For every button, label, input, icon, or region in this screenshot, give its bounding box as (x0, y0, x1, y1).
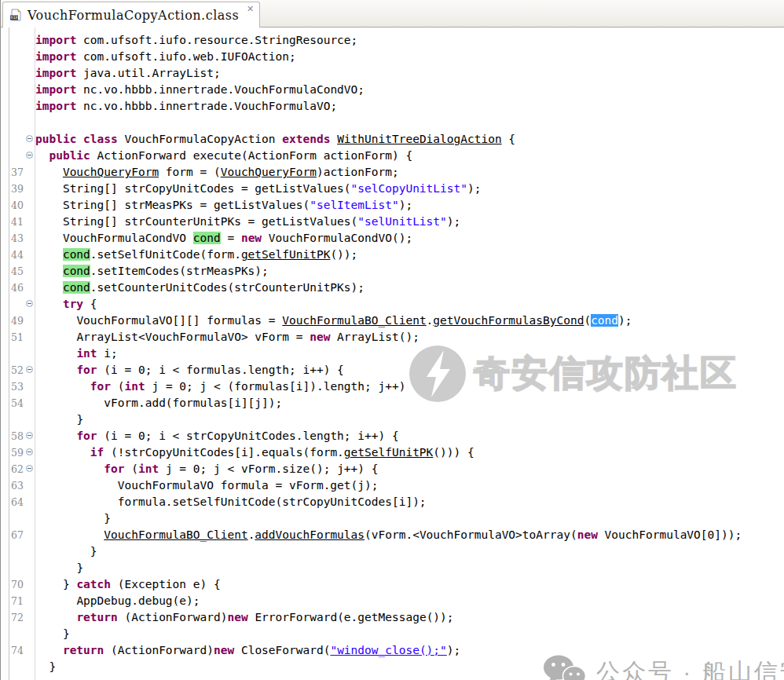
code-line[interactable]: try { (1, 296, 784, 313)
code-token: new (577, 528, 598, 541)
line-number: 71 (11, 595, 26, 607)
code-line[interactable]: 44cond.setSelfUnitCode(form.getSelfUnitP… (1, 247, 784, 263)
collapse-icon[interactable] (26, 135, 33, 142)
collapse-icon[interactable] (26, 300, 33, 307)
code-token: VouchFormulaCopyAction (118, 133, 283, 145)
fold-cell (26, 444, 35, 461)
line-number: 72 (11, 612, 26, 623)
code-token: public (49, 149, 90, 162)
code-line[interactable]: 58for (i = 0; i < strCopyUnitCodes.lengt… (1, 428, 784, 444)
fold-cell (26, 477, 35, 494)
code-line[interactable]: } (1, 510, 784, 527)
code-token: cond (63, 281, 90, 294)
code-line[interactable]: } (1, 659, 784, 675)
code-token: String[] strCounterUnitPKs = getListValu… (63, 215, 357, 228)
code-token: int (76, 347, 97, 360)
code-token: } (49, 660, 56, 673)
code-line[interactable]: 74return (ActionForward)new CloseForward… (1, 642, 784, 659)
code-line[interactable]: public class VouchFormulaCopyAction exte… (1, 131, 784, 148)
code-line[interactable]: 67VouchFormulaBO_Client.addVouchFormulas… (1, 527, 784, 543)
code-token: (ActionForward) (118, 611, 228, 623)
code-text: public class VouchFormulaCopyAction exte… (35, 131, 515, 148)
code-pane: import com.ufsoft.iufo.resource.StringRe… (1, 32, 784, 675)
line-number: 62 (11, 463, 26, 475)
code-token: ( (111, 380, 124, 393)
code-token: if (90, 446, 104, 459)
code-token: } (63, 578, 76, 590)
code-line[interactable]: 41String[] strCounterUnitPKs = getListVa… (1, 214, 784, 230)
code-line[interactable]: } (1, 411, 784, 428)
code-line[interactable]: 54vForm.add(formulas[i][j]); (1, 395, 784, 411)
code-line[interactable]: int i; (1, 345, 784, 362)
collapse-icon[interactable] (26, 152, 33, 159)
tab-close-icon[interactable]: ✕ (247, 5, 254, 13)
code-text: cond.setCounterUnitCodes(strCounterUnitP… (35, 280, 365, 296)
code-text: int i; (35, 345, 118, 362)
code-text: import com.ufsoft.iufo.resource.StringRe… (35, 32, 357, 49)
code-line[interactable]: 62for (int j = 0; j < vForm.size(); j++)… (1, 461, 784, 477)
code-line[interactable]: 49VouchFormulaVO[][] formulas = VouchFor… (1, 313, 784, 329)
code-line[interactable]: 52for (i = 0; i < formulas.length; i++) … (1, 362, 784, 378)
collapse-icon[interactable] (26, 465, 33, 472)
code-line[interactable]: import nc.vo.hbbb.innertrade.VouchFormul… (1, 82, 784, 98)
code-token: catch (76, 578, 111, 590)
code-text: for (i = 0; i < formulas.length; i++) { (35, 362, 344, 378)
collapse-icon[interactable] (26, 448, 33, 455)
code-text: } (35, 659, 56, 675)
code-line[interactable]: import com.ufsoft.iufo.web.IUFOAction; (1, 49, 784, 65)
code-text: VouchFormulaCondVO cond = new VouchFormu… (35, 230, 412, 247)
code-line[interactable]: } (1, 626, 784, 642)
code-token: VouchFormulaCondVO(); (262, 232, 412, 244)
editor-tab[interactable]: 010 VouchFormulaCopyAction.class ✕ (2, 2, 260, 27)
fold-cell (26, 362, 35, 378)
code-line[interactable]: 37VouchQueryForm form = (VouchQueryForm)… (1, 164, 784, 181)
line-number: 40 (11, 199, 26, 211)
code-text: for (i = 0; i < strCopyUnitCodes.length;… (35, 428, 399, 444)
code-token: .setItemCodes(strMeasPKs); (90, 265, 269, 277)
code-line[interactable]: 71AppDebug.debug(e); (1, 593, 784, 609)
code-token: (Exception e) { (111, 578, 221, 590)
fold-cell (26, 82, 35, 98)
line-number: 53 (11, 381, 26, 393)
code-line[interactable]: import nc.vo.hbbb.innertrade.VouchFormul… (1, 98, 784, 115)
line-number: 54 (11, 397, 26, 409)
line-number: 46 (11, 282, 26, 294)
line-number: 52 (11, 364, 26, 376)
fold-cell (26, 345, 35, 362)
class-file-icon: 010 (9, 9, 22, 21)
code-token: .setSelfUnitCode(form. (90, 248, 241, 261)
code-line[interactable]: 59if (!strCopyUnitCodes[i].equals(form.g… (1, 444, 784, 461)
code-line[interactable]: } (1, 560, 784, 576)
collapse-icon[interactable] (26, 366, 33, 373)
code-line[interactable]: import java.util.ArrayList; (1, 65, 784, 82)
fold-cell (26, 32, 35, 49)
code-line[interactable]: 45cond.setItemCodes(strMeasPKs); (1, 263, 784, 280)
code-line[interactable]: 72return (ActionForward)new ErrorForward… (1, 609, 784, 626)
fold-cell (26, 428, 35, 444)
code-line[interactable]: 63VouchFormulaVO formula = vForm.get(j); (1, 477, 784, 494)
code-text: import com.ufsoft.iufo.web.IUFOAction; (35, 49, 296, 65)
fold-cell (26, 642, 35, 659)
line-number: 51 (11, 331, 26, 343)
code-line[interactable]: import com.ufsoft.iufo.resource.StringRe… (1, 32, 784, 49)
code-text: String[] strMeasPKs = getListValues("sel… (35, 197, 412, 214)
line-number: 64 (11, 496, 26, 508)
code-line[interactable]: public ActionForward execute(ActionForm … (1, 148, 784, 164)
code-token: com.ufsoft.iufo.web.IUFOAction; (76, 50, 295, 63)
code-line[interactable]: 40String[] strMeasPKs = getListValues("s… (1, 197, 784, 214)
code-line[interactable]: 70} catch (Exception e) { (1, 576, 784, 593)
code-token: new (214, 644, 234, 656)
code-line[interactable]: 51ArrayList<VouchFormulaVO> vForm = new … (1, 329, 784, 345)
fold-cell (26, 411, 35, 428)
code-token: } (63, 627, 70, 640)
code-line[interactable]: 64formula.setSelfUnitCode(strCopyUnitCod… (1, 494, 784, 510)
code-line[interactable]: 53for (int j = 0; j < (formulas[i]).leng… (1, 378, 784, 395)
code-line[interactable]: 46cond.setCounterUnitCodes(strCounterUni… (1, 280, 784, 296)
code-token: cond (63, 248, 90, 261)
code-line[interactable]: 39String[] strCopyUnitCodes = getListVal… (1, 181, 784, 197)
code-text: } (35, 543, 97, 560)
code-line[interactable] (1, 115, 784, 131)
collapse-icon[interactable] (26, 432, 33, 439)
code-line[interactable]: 43VouchFormulaCondVO cond = new VouchFor… (1, 230, 784, 247)
code-line[interactable]: } (1, 543, 784, 560)
